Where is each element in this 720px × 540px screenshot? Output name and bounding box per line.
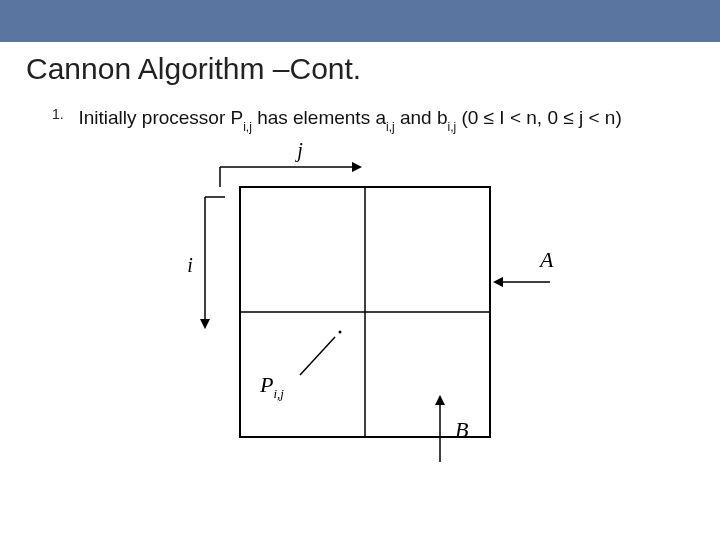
subscript-a: i,j: [386, 120, 395, 134]
text-prefix: Initially processor P: [78, 107, 243, 128]
p-subscript: i,j: [273, 386, 284, 401]
slide-title: Cannon Algorithm –Cont.: [26, 52, 694, 86]
cannon-diagram: j i A B Pi,j: [150, 137, 570, 467]
list-number: 1.: [52, 106, 74, 122]
i-label: i: [187, 254, 193, 276]
p-pointer: [300, 337, 335, 375]
a-label: A: [538, 247, 554, 272]
p-label: Pi,j: [259, 372, 284, 401]
b-label: B: [455, 417, 468, 442]
subscript-p: i,j: [243, 120, 252, 134]
subscript-b: i,j: [448, 120, 457, 134]
cell-dot: [339, 331, 342, 334]
p-letter: P: [259, 372, 273, 397]
slide-content: Cannon Algorithm –Cont. 1. Initially pro…: [0, 42, 720, 471]
list-item-1: 1. Initially processor Pi,j has elements…: [26, 106, 694, 133]
j-label: j: [294, 139, 303, 162]
header-band: [0, 0, 720, 42]
diagram-container: j i A B Pi,j: [26, 137, 694, 471]
list-body: Initially processor Pi,j has elements ai…: [78, 106, 678, 133]
text-mid1: has elements a: [252, 107, 386, 128]
text-mid2: and b: [395, 107, 448, 128]
text-tail: (0 ≤ I < n, 0 ≤ j < n): [456, 107, 622, 128]
